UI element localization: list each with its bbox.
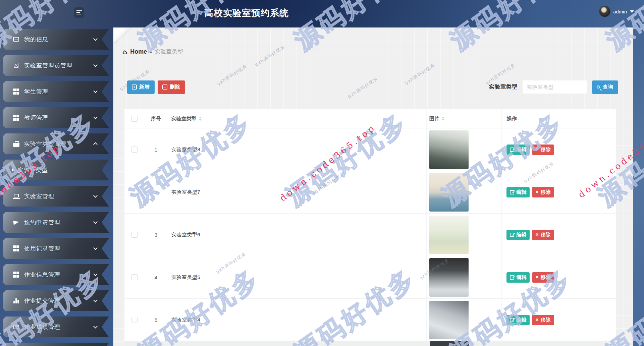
- send-icon: [12, 220, 20, 225]
- sidebar-nav: 我的信息 ☒ 实验室管理员管理 学生管理 教师管理 实验室类型管理 实验室类型: [3, 29, 109, 346]
- edit-icon: [510, 233, 514, 237]
- sidebar-item-label: 学生管理: [24, 88, 48, 96]
- top-navbar: 高校实验室预约系统 admin: [0, 0, 644, 26]
- search-input[interactable]: [522, 80, 587, 94]
- chevron-down-icon: [93, 37, 98, 41]
- edit-button[interactable]: 编辑: [506, 145, 530, 155]
- breadcrumb-current: 实验室类型: [155, 48, 183, 55]
- sidebar-item-lab-type-mgmt[interactable]: 实验室类型管理: [3, 133, 109, 154]
- close-icon: ×: [535, 275, 538, 280]
- sidebar-subitem-label: 实验室类型: [18, 166, 48, 174]
- row-checkbox[interactable]: [131, 274, 138, 280]
- row-type: 实验室类型8: [167, 128, 427, 171]
- sidebar-item-reservation-mgmt[interactable]: 预约申请管理: [3, 212, 109, 233]
- row-index: 5: [145, 299, 167, 341]
- sidebar-item-student-mgmt[interactable]: 学生管理: [3, 81, 109, 102]
- id-card-icon: [12, 37, 20, 42]
- user-name: admin: [613, 9, 627, 14]
- add-button-label: 新增: [139, 84, 150, 90]
- add-button[interactable]: + 新增: [127, 80, 155, 94]
- edit-button[interactable]: 编辑: [506, 230, 530, 240]
- chevron-down-icon: [93, 193, 98, 198]
- remove-button[interactable]: × 移除: [532, 187, 554, 197]
- close-icon: ×: [535, 232, 538, 237]
- sidebar-item-teacher-mgmt[interactable]: 教师管理: [3, 107, 109, 128]
- edit-button-label: 编辑: [516, 317, 526, 323]
- chevron-down-icon: [630, 10, 634, 13]
- sort-icon[interactable]: [199, 117, 202, 121]
- user-menu[interactable]: admin: [599, 6, 634, 17]
- briefcase-icon: [12, 141, 20, 147]
- remove-button[interactable]: × 移除: [532, 145, 554, 155]
- row-checkbox[interactable]: [131, 317, 138, 323]
- row-checkbox[interactable]: [131, 232, 138, 238]
- row-type: 实验室类型7: [167, 171, 427, 213]
- sidebar-item-label: 我的信息: [24, 36, 48, 43]
- sidebar-item-homework-submit-mgmt[interactable]: 作业提交管理: [3, 290, 109, 311]
- table-header-row: 序号 实验室类型 图片 操作: [124, 109, 616, 128]
- sidebar-item-lab-admin-mgmt[interactable]: ☒ 实验室管理员管理: [3, 55, 109, 76]
- table-row: 1 实验室类型8 编辑 × 移除: [124, 128, 616, 171]
- sidebar-item-partial[interactable]: [3, 343, 109, 346]
- sidebar-item-my-info[interactable]: 我的信息: [3, 29, 109, 50]
- chevron-down-icon: [93, 63, 98, 67]
- delete-button-label: 删除: [170, 84, 180, 90]
- caret-right-icon: [12, 168, 14, 172]
- select-all-checkbox[interactable]: [131, 116, 138, 122]
- row-index: 2: [145, 171, 167, 213]
- table-row: 2 实验室类型7 编辑 × 移除: [124, 171, 616, 214]
- plus-square-icon: +: [132, 84, 137, 90]
- search-group: 实验室类型 查询: [489, 80, 618, 94]
- edit-button[interactable]: 编辑: [506, 187, 530, 197]
- sidebar-item-usage-record-mgmt[interactable]: 使用记录管理: [3, 238, 109, 259]
- sidebar-toggle-button[interactable]: [74, 7, 84, 18]
- remove-button-label: 移除: [541, 232, 551, 238]
- grid-icon: [12, 90, 20, 93]
- lab-image: [429, 258, 469, 297]
- sidebar-subitem-lab-type[interactable]: 实验室类型: [3, 160, 109, 180]
- breadcrumb-divider: [113, 74, 633, 74]
- edit-button[interactable]: 编辑: [506, 315, 530, 325]
- app-root: 高校实验室预约系统 admin 我的信息 ☒ 实验室管理员管理 学生管理 教师管…: [0, 0, 644, 346]
- toolbar: + 新增 − 删除 实验室类型 查询: [127, 80, 618, 94]
- close-icon: ×: [535, 317, 538, 323]
- delete-button[interactable]: − 删除: [158, 80, 185, 94]
- sidebar-item-label: 预约申请管理: [24, 219, 60, 226]
- sidebar-item-homework-info-mgmt[interactable]: 作业信息管理: [3, 264, 109, 285]
- row-checkbox[interactable]: [131, 189, 138, 195]
- breadcrumb-home-link[interactable]: Home: [130, 48, 147, 55]
- lab-image: [429, 130, 469, 169]
- header-type-label: 实验室类型: [171, 116, 197, 122]
- remove-button-label: 移除: [541, 274, 551, 281]
- remove-button[interactable]: × 移除: [532, 315, 554, 325]
- sort-icon[interactable]: [442, 117, 444, 121]
- row-type: 实验室类型4: [167, 299, 427, 341]
- remove-button-label: 移除: [541, 317, 551, 323]
- search-label: 实验室类型: [489, 83, 518, 91]
- header-index: 序号: [145, 109, 167, 128]
- edit-icon: [510, 148, 514, 152]
- row-checkbox[interactable]: [131, 147, 138, 153]
- table-row: 3 实验室类型6 编辑 × 移除: [124, 214, 616, 256]
- query-button-label: 查询: [603, 84, 613, 90]
- table-row: 5 实验室类型4 编辑 × 移除: [124, 299, 616, 341]
- sidebar-item-lab-mgmt[interactable]: 实验室管理: [3, 186, 109, 207]
- lab-image: [430, 341, 469, 346]
- header-type: 实验室类型: [167, 109, 427, 128]
- table-row-partial: [124, 341, 616, 346]
- remove-button[interactable]: × 移除: [532, 230, 554, 240]
- row-type: 实验室类型6: [167, 214, 427, 256]
- breadcrumb-separator: -: [150, 49, 152, 55]
- edit-button[interactable]: 编辑: [506, 272, 530, 283]
- home-icon: ⌂: [122, 49, 127, 55]
- edit-icon: [510, 190, 514, 194]
- query-button[interactable]: 查询: [592, 80, 618, 94]
- chevron-down-icon: [93, 324, 98, 329]
- remove-button[interactable]: × 移除: [532, 272, 554, 283]
- sidebar-item-homework-grade-mgmt[interactable]: 作业成绩管理: [3, 316, 109, 337]
- sidebar-item-label: 教师管理: [24, 114, 48, 122]
- edit-button-label: 编辑: [516, 147, 526, 153]
- row-index: 1: [145, 128, 167, 171]
- header-image-label: 图片: [429, 116, 439, 122]
- sidebar-item-label: 作业信息管理: [24, 271, 60, 279]
